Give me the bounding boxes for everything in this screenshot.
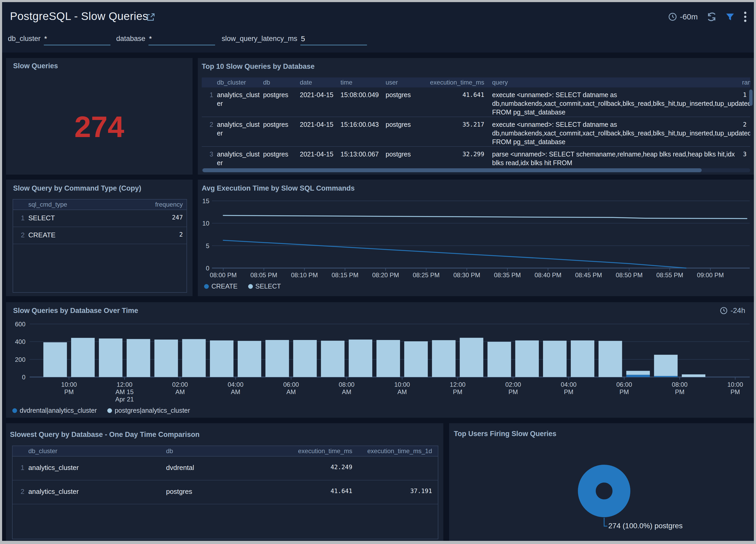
svg-text:02:00PM: 02:00PM: [505, 381, 521, 395]
filter-database: database: [116, 35, 215, 45]
refresh-icon[interactable]: [707, 12, 717, 22]
cell-query: parse <unnamed>: SELECT schemaname,relna…: [484, 147, 742, 168]
filter-db-cluster: db_cluster: [8, 35, 110, 45]
column-header[interactable]: user: [386, 77, 420, 87]
panel-title: Slowest Query by Database - One Day Time…: [10, 431, 200, 439]
cell-time: 15:08:00.049: [340, 87, 386, 117]
table-body: 1analytics_clusterdvdrental42.2492analyt…: [13, 457, 438, 504]
legend-item[interactable]: dvdrental|analytics_cluster: [12, 407, 97, 414]
dashboard: PostgreSQL - Slow Queries -60m db_cluste…: [2, 2, 754, 541]
cell-execution-time: 41.641: [276, 481, 352, 504]
cell-date: 2021-04-15: [300, 87, 340, 117]
panel-slow-queries: Slow Queries 274: [6, 58, 193, 174]
filter-icon[interactable]: [726, 12, 734, 21]
panel-title: Top 10 Slow Queries by Database: [202, 62, 315, 71]
cell-db-cluster: analytics_cluster: [24, 457, 166, 480]
svg-text:08:00 PM: 08:00 PM: [210, 271, 237, 279]
svg-text:400: 400: [15, 338, 25, 345]
cell-db: postgres: [263, 117, 300, 146]
column-header[interactable]: frequency: [142, 199, 187, 209]
cell-execution-time: 35.217: [420, 117, 484, 146]
column-header[interactable]: sql_cmd_type: [25, 199, 142, 209]
svg-text:12:00AM 15Apr 21: 12:00AM 15Apr 21: [115, 381, 134, 403]
share-icon[interactable]: [146, 13, 155, 22]
row-index: 1: [13, 210, 25, 226]
page-title: PostgreSQL - Slow Queries: [10, 10, 148, 23]
cell-user: postgres: [386, 147, 420, 168]
database-input[interactable]: [148, 35, 215, 45]
table-row[interactable]: 1analytics_clusterdvdrental42.249: [13, 457, 438, 481]
panel-title: Slow Query by Command Type (Copy): [13, 184, 141, 192]
panel-command-type: Slow Query by Command Type (Copy) sql_cm…: [6, 179, 193, 296]
svg-text:08:00AM: 08:00AM: [339, 381, 354, 395]
svg-text:12:00PM: 12:00PM: [450, 381, 466, 395]
column-header[interactable]: db_cluster: [213, 77, 263, 87]
db-cluster-input[interactable]: [44, 35, 110, 45]
cell-sql-cmd-type: SELECT: [25, 210, 142, 226]
row-index: 1: [13, 457, 24, 480]
cell-db: postgres: [166, 481, 276, 504]
svg-text:04:00AM: 04:00AM: [228, 381, 243, 395]
chart-legend: dvdrental|analytics_clusterpostgres|anal…: [12, 407, 190, 414]
legend-swatch: [12, 408, 17, 413]
panel-title: Slow Queries: [13, 62, 58, 70]
table-header: db_cluster db date time user execution_t…: [202, 77, 750, 87]
table-row[interactable]: 1analytics_clusterpostgres2021-04-1515:0…: [202, 87, 750, 117]
row-index: 2: [13, 481, 24, 504]
column-header[interactable]: date: [300, 77, 340, 87]
cell-db-cluster: analytics_cluster: [24, 481, 166, 504]
table-row[interactable]: 3analytics_clusterpostgres2021-04-1515:1…: [202, 147, 750, 168]
column-header[interactable]: execution_time_ms_1d: [352, 446, 438, 456]
legend-label: dvdrental|analytics_cluster: [20, 407, 97, 414]
panel-slowest-query-comparison: Slowest Query by Database - One Day Time…: [6, 423, 443, 541]
filter-label: db_cluster: [8, 35, 41, 45]
kebab-menu-icon[interactable]: [743, 11, 747, 23]
svg-text:08:55 PM: 08:55 PM: [656, 271, 683, 279]
cell-date: 2021-04-15: [300, 117, 340, 146]
column-header[interactable]: db: [166, 446, 276, 456]
column-header[interactable]: db: [263, 77, 300, 87]
svg-text:09:00 PM: 09:00 PM: [697, 271, 724, 279]
horizontal-scrollbar[interactable]: [202, 168, 750, 172]
column-header[interactable]: db_cluster: [24, 446, 166, 456]
slow-queries-bar-chart: 020040060010:00PM12:00AM 15Apr 2102:00AM…: [6, 302, 754, 418]
legend-swatch: [248, 284, 253, 289]
legend-item[interactable]: CREATE: [204, 283, 238, 290]
cell-sql-cmd-type: CREATE: [25, 227, 142, 243]
column-header[interactable]: execution_time_ms: [420, 77, 484, 87]
row-index: 3: [202, 147, 213, 168]
panel-top10-slow-queries: Top 10 Slow Queries by Database db_clust…: [198, 58, 754, 174]
svg-text:04:00PM: 04:00PM: [561, 381, 577, 395]
table-row[interactable]: 1SELECT247: [13, 210, 187, 227]
svg-text:08:50 PM: 08:50 PM: [616, 271, 643, 279]
svg-text:08:25 PM: 08:25 PM: [413, 271, 440, 279]
dashboard-frame: PostgreSQL - Slow Queries -60m db_cluste…: [0, 0, 756, 544]
cell-execution-time-1d: 37.191: [352, 481, 438, 504]
latency-input[interactable]: [300, 35, 367, 45]
row-index: 2: [13, 227, 25, 243]
svg-text:06:00AM: 06:00AM: [283, 381, 299, 395]
table-row[interactable]: 2analytics_clusterpostgres2021-04-1515:1…: [202, 117, 750, 147]
legend-label: CREATE: [211, 283, 238, 290]
cell-db-cluster: analytics_cluster: [213, 117, 263, 146]
clock-icon: [668, 12, 677, 22]
column-header[interactable]: time: [340, 77, 386, 87]
legend-item[interactable]: postgres|analytics_cluster: [107, 407, 190, 414]
column-header[interactable]: rank: [742, 77, 750, 87]
vertical-scrollbar[interactable]: [749, 89, 753, 106]
table-row[interactable]: 2CREATE2: [13, 227, 187, 244]
filter-label: slow_query_latency_ms: [222, 35, 297, 45]
column-header[interactable]: execution_time_ms: [276, 446, 352, 456]
table-row[interactable]: 2analytics_clusterpostgres41.64137.191: [13, 481, 438, 504]
svg-text:08:10 PM: 08:10 PM: [291, 271, 318, 279]
legend-item[interactable]: SELECT: [248, 283, 281, 290]
cell-db: postgres: [263, 147, 300, 168]
time-range-control[interactable]: -60m: [668, 12, 698, 22]
table-header: sql_cmd_type frequency: [13, 199, 187, 210]
cell-db: postgres: [263, 87, 300, 117]
filter-bar: db_cluster database slow_query_latency_m…: [2, 33, 754, 52]
cell-rank: 3: [742, 147, 750, 168]
svg-text:10: 10: [202, 220, 209, 227]
column-header[interactable]: query: [484, 77, 742, 87]
panel-avg-execution-time: Avg Execution Time by Slow SQL Commands …: [198, 179, 754, 296]
